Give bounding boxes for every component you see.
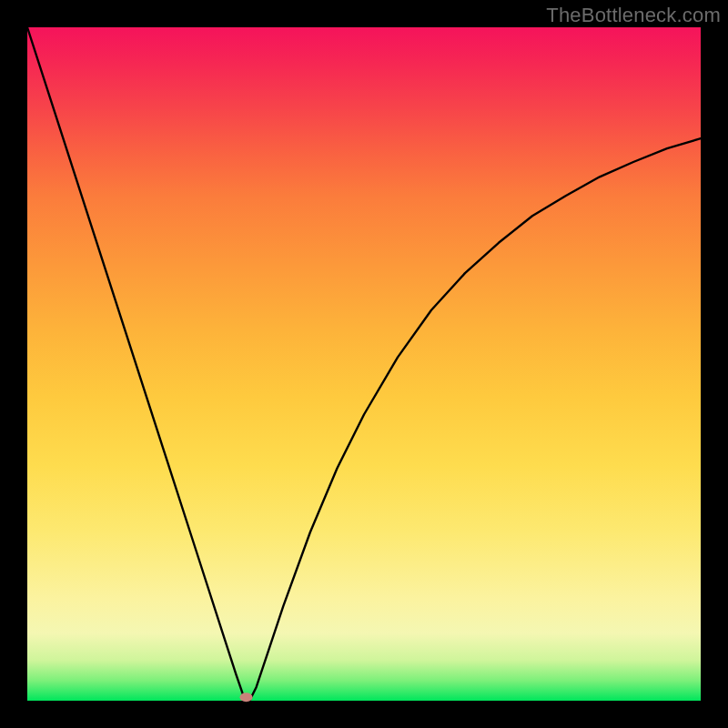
curve-path: [27, 27, 701, 701]
watermark-label: TheBottleneck.com: [546, 4, 721, 27]
chart-container: TheBottleneck.com: [0, 0, 728, 728]
min-marker: [240, 693, 253, 702]
curve-layer: [27, 27, 701, 701]
